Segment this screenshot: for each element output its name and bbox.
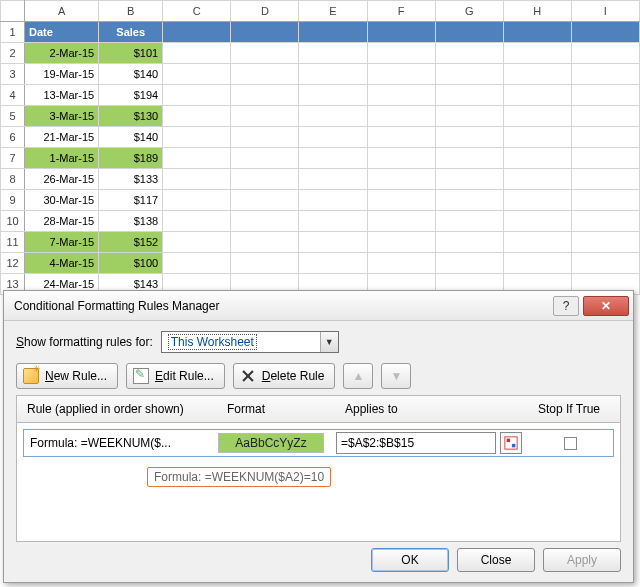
cell[interactable]	[367, 232, 435, 253]
scope-select[interactable]: This Worksheet ▼	[161, 331, 339, 353]
row-header[interactable]: 10	[1, 211, 25, 232]
rule-row[interactable]: Formula: =WEEKNUM($... AaBbCcYyZz	[23, 429, 614, 457]
cell[interactable]	[503, 211, 571, 232]
cell[interactable]	[299, 253, 367, 274]
apply-button[interactable]: Apply	[543, 548, 621, 572]
cell[interactable]	[231, 148, 299, 169]
table-row[interactable]: 621-Mar-15$140	[1, 127, 640, 148]
row-header[interactable]: 3	[1, 64, 25, 85]
cell[interactable]	[231, 190, 299, 211]
cell[interactable]	[571, 64, 639, 85]
move-up-button[interactable]: ▲	[343, 363, 373, 389]
table-row[interactable]: 826-Mar-15$133	[1, 169, 640, 190]
row-header[interactable]: 6	[1, 127, 25, 148]
table-row[interactable]: 124-Mar-15$100	[1, 253, 640, 274]
cell[interactable]	[367, 190, 435, 211]
cell[interactable]	[163, 169, 231, 190]
table-row[interactable]: 1DateSales	[1, 22, 640, 43]
move-down-button[interactable]: ▼	[381, 363, 411, 389]
row-header[interactable]: 5	[1, 106, 25, 127]
cell[interactable]: Date	[25, 22, 99, 43]
cell[interactable]	[231, 106, 299, 127]
cell[interactable]	[367, 148, 435, 169]
cell[interactable]	[503, 232, 571, 253]
cell[interactable]	[299, 190, 367, 211]
cell[interactable]: 19-Mar-15	[25, 64, 99, 85]
cell[interactable]	[163, 85, 231, 106]
cell[interactable]: $140	[99, 127, 163, 148]
cell[interactable]	[571, 190, 639, 211]
col-header[interactable]: D	[231, 1, 299, 22]
cell[interactable]	[367, 22, 435, 43]
table-row[interactable]: 22-Mar-15$101	[1, 43, 640, 64]
cell[interactable]	[367, 64, 435, 85]
cell[interactable]	[571, 127, 639, 148]
cell[interactable]	[299, 148, 367, 169]
cell[interactable]	[163, 211, 231, 232]
cell[interactable]	[163, 253, 231, 274]
applies-to-input[interactable]	[336, 432, 496, 454]
cell[interactable]	[231, 169, 299, 190]
cell[interactable]	[435, 211, 503, 232]
cell[interactable]	[571, 106, 639, 127]
cell[interactable]	[163, 127, 231, 148]
cell[interactable]: 28-Mar-15	[25, 211, 99, 232]
new-rule-button[interactable]: New Rule...	[16, 363, 118, 389]
cell[interactable]	[231, 211, 299, 232]
edit-rule-button[interactable]: Edit Rule...	[126, 363, 225, 389]
cell[interactable]: $189	[99, 148, 163, 169]
cell[interactable]	[231, 127, 299, 148]
cell[interactable]	[231, 232, 299, 253]
cell[interactable]: $140	[99, 64, 163, 85]
table-row[interactable]: 930-Mar-15$117	[1, 190, 640, 211]
row-header[interactable]: 11	[1, 232, 25, 253]
stop-if-true-checkbox[interactable]	[564, 437, 577, 450]
close-dialog-button[interactable]: Close	[457, 548, 535, 572]
cell[interactable]: $138	[99, 211, 163, 232]
cell[interactable]	[163, 64, 231, 85]
cell[interactable]	[435, 64, 503, 85]
cell[interactable]: 7-Mar-15	[25, 232, 99, 253]
row-header[interactable]: 4	[1, 85, 25, 106]
col-header[interactable]: A	[25, 1, 99, 22]
cell[interactable]	[231, 43, 299, 64]
cell[interactable]	[503, 148, 571, 169]
cell[interactable]	[299, 211, 367, 232]
cell[interactable]: $152	[99, 232, 163, 253]
cell[interactable]	[435, 253, 503, 274]
cell[interactable]	[503, 190, 571, 211]
table-row[interactable]: 319-Mar-15$140	[1, 64, 640, 85]
cell[interactable]	[571, 253, 639, 274]
cell[interactable]: Sales	[99, 22, 163, 43]
cell[interactable]: $130	[99, 106, 163, 127]
cell[interactable]	[231, 253, 299, 274]
cell[interactable]	[367, 43, 435, 64]
cell[interactable]	[367, 85, 435, 106]
cell[interactable]	[435, 148, 503, 169]
cell[interactable]	[299, 22, 367, 43]
cell[interactable]	[163, 106, 231, 127]
col-header[interactable]: B	[99, 1, 163, 22]
col-header[interactable]: F	[367, 1, 435, 22]
cell[interactable]	[231, 64, 299, 85]
cell[interactable]: 2-Mar-15	[25, 43, 99, 64]
cell[interactable]	[435, 232, 503, 253]
cell[interactable]	[367, 169, 435, 190]
row-header[interactable]: 12	[1, 253, 25, 274]
cell[interactable]	[435, 190, 503, 211]
cell[interactable]	[163, 22, 231, 43]
cell[interactable]	[571, 169, 639, 190]
cell[interactable]	[299, 64, 367, 85]
cell[interactable]	[571, 22, 639, 43]
cell[interactable]	[571, 43, 639, 64]
cell[interactable]	[571, 232, 639, 253]
cell[interactable]: $100	[99, 253, 163, 274]
table-row[interactable]: 53-Mar-15$130	[1, 106, 640, 127]
cell[interactable]	[503, 85, 571, 106]
table-row[interactable]: 413-Mar-15$194	[1, 85, 640, 106]
cell[interactable]: $133	[99, 169, 163, 190]
delete-rule-button[interactable]: Delete Rule	[233, 363, 336, 389]
cell[interactable]	[503, 127, 571, 148]
col-header[interactable]: H	[503, 1, 571, 22]
cell[interactable]	[299, 43, 367, 64]
